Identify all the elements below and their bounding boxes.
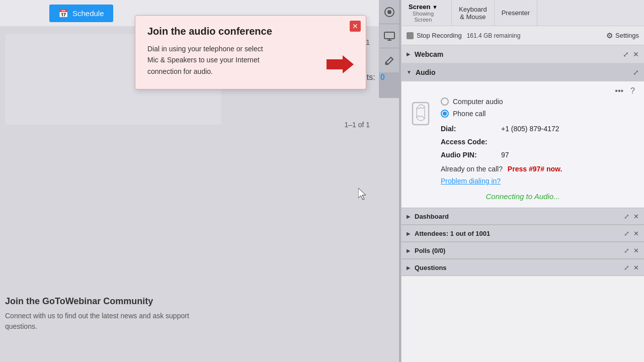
keyboard-mouse-label: Keyboard & Mouse: [459, 6, 487, 21]
settings-button[interactable]: ⚙ Settings: [606, 31, 639, 40]
attendees-expand-button[interactable]: ⤢: [624, 230, 629, 237]
questions-section[interactable]: ▶ Questions ⤢ ✕: [401, 259, 644, 276]
side-icons-panel: [379, 0, 400, 98]
pencil-icon: [384, 55, 394, 65]
screen-selector[interactable]: Screen ▼ ShowingScreen: [401, 0, 452, 26]
svg-marker-7: [327, 55, 354, 73]
space-remaining: 161.4 GB remaining: [467, 32, 601, 39]
phone-icon: [410, 101, 432, 127]
audio-body: ••• ? Computer audio: [401, 81, 644, 208]
questions-expand-icon: ▶: [407, 265, 411, 270]
help-icon: ?: [630, 86, 635, 95]
pencil-icon-btn[interactable]: [379, 48, 400, 72]
keyboard-mouse-tab[interactable]: Keyboard & Mouse: [452, 0, 495, 26]
audio-more-button[interactable]: •••: [615, 86, 623, 96]
polls-section[interactable]: ▶ Polls (0/0) ⤢ ✕: [401, 242, 644, 259]
dial-info-grid: Dial: +1 (805) 879-4172 Access Code: Aud…: [441, 124, 636, 160]
dashboard-icons: ⤢ ✕: [624, 213, 639, 220]
attendees-title: Attendees: 1 out of 1001: [415, 230, 620, 237]
dashboard-section[interactable]: ▶ Dashboard ⤢ ✕: [401, 208, 644, 225]
community-section: Join the GoToWebinar Community Connect w…: [5, 296, 216, 332]
audio-options: Computer audio Phone call Dial: +1 (805)…: [441, 98, 636, 185]
close-icon: ✕: [352, 22, 358, 30]
dashboard-title: Dashboard: [415, 213, 620, 220]
gear-icon: ⚙: [606, 31, 613, 40]
webcam-icon: [384, 7, 395, 18]
connecting-status: Connecting to Audio...: [410, 192, 636, 201]
webcam-expand-button[interactable]: ⤢: [623, 50, 629, 58]
recording-bar: Stop Recording 161.4 GB remaining ⚙ Sett…: [401, 26, 644, 45]
press-highlight: Press #97# now.: [508, 165, 562, 173]
popup-arrow-icon: [327, 55, 354, 78]
audio-section-header[interactable]: ▼ Audio ⤢: [401, 63, 644, 81]
dial-value: +1 (805) 879-4172: [501, 124, 636, 134]
attendees-section[interactable]: ▶ Attendees: 1 out of 1001 ⤢ ✕: [401, 225, 644, 242]
registrants-count: 0: [380, 73, 385, 81]
phone-call-option[interactable]: Phone call: [441, 110, 636, 118]
stop-recording-button[interactable]: Stop Recording: [407, 32, 462, 39]
audio-pin-label: Audio PIN:: [441, 150, 501, 160]
dashboard-expand-button[interactable]: ⤢: [624, 213, 629, 220]
already-on-call-row: Already on the call? Press #97# now.: [441, 165, 636, 173]
presenter-label: Presenter: [502, 9, 530, 17]
problem-dialing-link[interactable]: Problem dialing in?: [441, 177, 636, 185]
audio-top-icons: ••• ?: [410, 86, 636, 96]
polls-expand-button[interactable]: ⤢: [624, 247, 629, 254]
webcam-icon-btn[interactable]: [379, 0, 400, 24]
audio-section-icons: ⤢: [633, 68, 639, 76]
attendees-expand-icon: ▶: [407, 231, 411, 236]
svg-rect-2: [384, 32, 394, 39]
monitor-icon-btn[interactable]: [379, 24, 400, 48]
audio-content: Computer audio Phone call Dial: +1 (805)…: [410, 98, 636, 185]
access-code-label: Access Code:: [441, 137, 501, 147]
webcam-section-title: Webcam: [415, 50, 619, 58]
webcam-section-header[interactable]: ▶ Webcam ⤢ ✕: [401, 45, 644, 63]
questions-close-button[interactable]: ✕: [633, 264, 639, 272]
community-text: Connect with us to find out the latest n…: [5, 311, 216, 332]
computer-audio-option[interactable]: Computer audio: [441, 98, 636, 106]
right-panel: Screen ▼ ShowingScreen Keyboard & Mouse …: [401, 0, 644, 362]
questions-expand-button[interactable]: ⤢: [624, 264, 629, 272]
audio-pin-value: 97: [501, 150, 636, 160]
webcam-close-button[interactable]: ✕: [633, 50, 639, 58]
dashboard-close-button[interactable]: ✕: [633, 213, 639, 220]
polls-title: Polls (0/0): [415, 247, 620, 254]
dial-label: Dial:: [441, 124, 501, 134]
attendees-close-button[interactable]: ✕: [633, 230, 639, 237]
right-toolbar: Screen ▼ ShowingScreen Keyboard & Mouse …: [401, 0, 644, 26]
calendar-icon: 📅: [58, 9, 68, 18]
attendees-icons: ⤢ ✕: [624, 230, 639, 237]
popup-text: Dial in using your telephone or select M…: [147, 43, 318, 77]
access-code-value: [501, 137, 636, 147]
questions-icons: ⤢ ✕: [624, 264, 639, 272]
audio-collapse-icon: ▼: [407, 69, 412, 75]
audio-expand-button[interactable]: ⤢: [633, 68, 639, 76]
showing-screen-label: ShowingScreen: [409, 11, 438, 23]
computer-audio-label: Computer audio: [453, 98, 503, 106]
monitor-icon: [384, 32, 395, 41]
webcam-section-icons: ⤢ ✕: [623, 50, 639, 58]
phone-call-label: Phone call: [453, 110, 486, 118]
schedule-button[interactable]: 📅 Schedule: [49, 5, 113, 22]
settings-label: Settings: [615, 32, 639, 39]
popup-title: Join the audio conference: [147, 26, 354, 37]
pagination-bottom: 1–1 of 1: [344, 121, 370, 129]
screen-label: Screen ▼: [409, 3, 438, 11]
already-label: Already on the call?: [441, 165, 503, 173]
svg-point-1: [387, 10, 391, 14]
phone-call-radio[interactable]: [441, 110, 449, 118]
popup-close-button[interactable]: ✕: [350, 21, 361, 32]
presenter-tab[interactable]: Presenter: [495, 0, 537, 26]
polls-expand-icon: ▶: [407, 248, 411, 253]
audio-popup: ✕ Join the audio conference Dial in usin…: [135, 15, 366, 89]
community-title: Join the GoToWebinar Community: [5, 296, 216, 307]
dashboard-expand-icon: ▶: [407, 214, 411, 219]
audio-help-button[interactable]: ?: [630, 86, 635, 96]
schedule-label: Schedule: [72, 9, 104, 18]
phone-icon-area: [410, 98, 432, 129]
polls-icons: ⤢ ✕: [624, 247, 639, 254]
stop-icon: [407, 32, 414, 39]
polls-close-button[interactable]: ✕: [633, 247, 639, 254]
computer-audio-radio[interactable]: [441, 98, 449, 106]
audio-section-title: Audio: [416, 68, 629, 76]
